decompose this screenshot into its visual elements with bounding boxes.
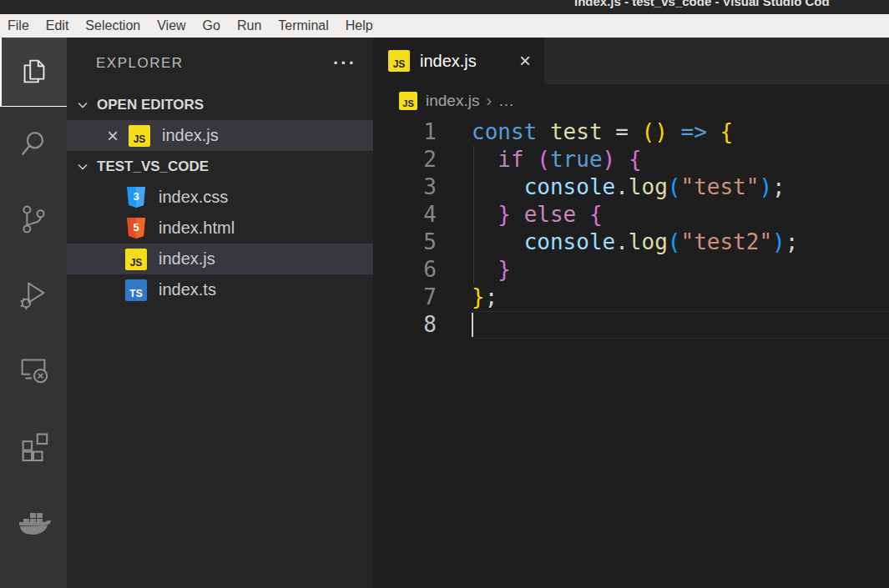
sidebar-title: EXPLORER (96, 55, 184, 72)
code-line[interactable]: 1const test = () => { (373, 118, 889, 146)
activity-remote-explorer[interactable] (0, 332, 67, 407)
code-token (472, 174, 524, 199)
code-token (524, 147, 538, 172)
code-token: } (498, 202, 511, 227)
css-file-icon: 3 (125, 186, 147, 209)
line-number: 4 (373, 201, 437, 229)
js-file-icon: JS (399, 92, 417, 110)
extensions-icon (16, 427, 51, 462)
code-token: () (642, 119, 668, 144)
html-file-icon: 5 (125, 217, 147, 240)
code-token: log (629, 229, 668, 254)
line-number: 7 (373, 284, 437, 311)
line-number: 6 (373, 256, 437, 284)
window-title-bar: index.js - test_vs_code - Visual Studio … (0, 0, 889, 14)
code-text: }; (437, 284, 498, 311)
code-token (472, 257, 498, 282)
code-token: console (524, 174, 616, 199)
code-token: } (498, 257, 511, 282)
code-token: console (524, 229, 616, 254)
code-line[interactable]: 4 } else { (373, 201, 889, 229)
breadcrumb-file[interactable]: index.js (426, 92, 479, 110)
code-token: . (615, 229, 629, 254)
code-text: const test = () => { (437, 118, 733, 146)
code-token (472, 202, 498, 227)
activity-run-debug[interactable] (0, 257, 67, 332)
code-token: } (472, 284, 485, 309)
code-token: if (498, 147, 523, 172)
menu-item-terminal[interactable]: Terminal (270, 18, 336, 33)
file-row-index-js[interactable]: JS index.js (67, 244, 373, 274)
code-token: "test2" (680, 229, 772, 254)
file-name: index.js (159, 249, 215, 269)
code-token (615, 147, 629, 172)
code-editor[interactable]: 1const test = () => {2 if (true) {3 cons… (373, 117, 889, 588)
ts-file-icon: TS (125, 279, 147, 301)
code-token: { (720, 119, 733, 144)
source-control-icon (16, 202, 51, 237)
menu-item-view[interactable]: View (149, 18, 194, 33)
chevron-down-icon (75, 160, 90, 173)
code-line[interactable]: 7}; (373, 284, 889, 311)
tab-label: index.js (420, 52, 516, 71)
code-token: log (629, 174, 668, 199)
menu-item-help[interactable]: Help (337, 18, 381, 33)
activity-docker[interactable] (0, 482, 67, 557)
code-line[interactable]: 5 console.log("test2"); (373, 229, 889, 256)
code-token (707, 119, 720, 144)
breadcrumb-more[interactable]: … (498, 92, 514, 110)
open-editor-index-js[interactable]: × JS index.js (67, 120, 373, 151)
run-debug-icon (16, 277, 51, 312)
activity-extensions[interactable] (0, 407, 67, 482)
code-line[interactable]: 2 if (true) { (373, 146, 889, 173)
section-open-editors[interactable]: OPEN EDITORS (67, 89, 373, 120)
menu-item-go[interactable]: Go (194, 18, 229, 33)
file-name: index.css (159, 188, 228, 207)
explorer-sidebar: EXPLORER ··· OPEN EDITORS × JS index.js … (67, 38, 373, 588)
sidebar-header: EXPLORER ··· (67, 38, 373, 89)
code-token (472, 229, 524, 254)
breadcrumb: JS index.js › … (373, 84, 889, 117)
code-token: ) (772, 229, 785, 254)
code-token: { (629, 147, 642, 172)
activity-search[interactable] (0, 107, 67, 182)
menu-item-run[interactable]: Run (229, 18, 270, 33)
indent-guide (473, 146, 474, 284)
more-actions-icon[interactable]: ··· (333, 53, 356, 74)
file-row-index-html[interactable]: 5 index.html (67, 213, 373, 244)
line-number: 5 (373, 229, 437, 256)
window-title: index.js - test_vs_code - Visual Studio … (574, 0, 830, 8)
code-token (472, 147, 498, 172)
code-token: ; (772, 174, 785, 199)
line-number: 8 (373, 311, 437, 339)
menu-item-edit[interactable]: Edit (38, 18, 78, 33)
breadcrumb-separator-icon: › (486, 91, 492, 110)
section-workspace[interactable]: TEST_VS_CODE (67, 151, 373, 182)
code-token: ( (668, 174, 681, 199)
code-token: ; (485, 284, 498, 309)
menu-bar: File Edit Selection View Go Run Terminal… (0, 14, 889, 38)
code-token (576, 202, 589, 227)
remote-explorer-icon (16, 352, 51, 387)
code-token: ( (537, 147, 550, 172)
code-text (437, 311, 472, 339)
menu-item-selection[interactable]: Selection (77, 18, 149, 33)
file-row-index-css[interactable]: 3 index.css (67, 182, 373, 213)
code-text: if (true) { (437, 146, 642, 173)
files-icon (17, 54, 52, 89)
activity-explorer[interactable] (0, 38, 67, 107)
tab-index-js[interactable]: JS index.js × (373, 38, 544, 84)
close-icon[interactable]: × (104, 127, 122, 145)
menu-item-file[interactable]: File (6, 18, 38, 33)
code-line[interactable]: 6 } (373, 256, 889, 284)
code-token: { (589, 202, 603, 227)
search-icon (16, 127, 51, 162)
line-number: 2 (373, 146, 437, 173)
activity-source-control[interactable] (0, 182, 67, 257)
file-row-index-ts[interactable]: TS index.ts (67, 274, 373, 305)
code-line[interactable]: 3 console.log("test"); (373, 173, 889, 201)
code-token: = (603, 119, 642, 144)
text-cursor (472, 313, 473, 337)
code-token: ) (759, 174, 772, 199)
close-icon[interactable]: × (516, 49, 534, 73)
